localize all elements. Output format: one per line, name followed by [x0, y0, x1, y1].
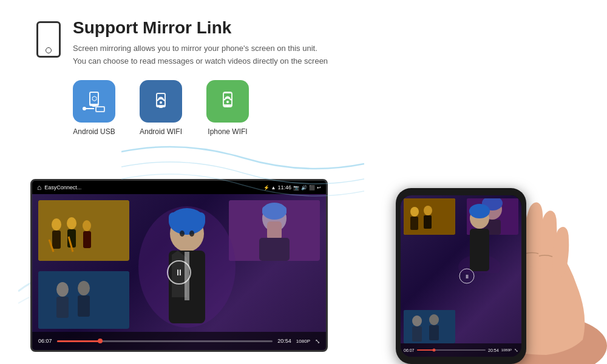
header-section: Support Mirror Link Screen mirroring all…: [0, 0, 607, 77]
car-progress-fill: [57, 340, 100, 342]
svg-point-19: [52, 218, 61, 231]
page-container: Support Mirror Link Screen mirroring all…: [0, 0, 607, 364]
phone-progress-start: 06:07: [404, 348, 415, 352]
svg-rect-63: [404, 310, 455, 343]
svg-rect-24: [83, 231, 91, 248]
svg-rect-37: [38, 271, 129, 329]
car-thumb-top-right: [229, 200, 320, 261]
svg-rect-50: [410, 217, 418, 230]
android-wifi-icon: [149, 89, 173, 113]
phone-singer: [455, 200, 504, 273]
svg-point-66: [469, 204, 490, 218]
svg-rect-7: [97, 107, 104, 111]
phone-progress-end: 20:54: [488, 348, 499, 352]
iphone-wifi-icon-box: [206, 80, 249, 123]
svg-point-42: [180, 231, 185, 237]
svg-point-16: [226, 101, 229, 103]
phone-progress-bar[interactable]: 06:07 20:54 1080P ⤡: [401, 343, 521, 357]
car-progress-end: 20:54: [277, 338, 291, 344]
svg-rect-17: [38, 200, 129, 261]
svg-point-5: [83, 107, 86, 110]
svg-rect-10: [159, 106, 163, 108]
svg-point-23: [83, 220, 91, 231]
phone-pause-button[interactable]: ⏸: [459, 269, 475, 284]
bluetooth-icon: ⚡: [263, 185, 270, 190]
back-icon: ↩: [317, 185, 321, 190]
svg-rect-2: [92, 105, 96, 107]
phone-pause-icon: ⏸: [464, 273, 470, 279]
description-line1: Screen mirroring allows you to mirror yo…: [73, 42, 328, 55]
car-video-area: ⏸ 06:07 20:54 1080P ⤡: [32, 194, 326, 350]
svg-rect-41: [169, 212, 205, 226]
svg-rect-31: [229, 200, 320, 261]
car-progress-bar[interactable]: 06:07 20:54 1080P ⤡: [32, 332, 326, 350]
phone-quality-badge: 1080P: [501, 348, 512, 352]
phone-thumb-bl: [404, 310, 455, 343]
pause-icon: ⏸: [175, 268, 183, 277]
android-usb-icon: ⬡: [82, 89, 106, 113]
android-wifi-icon-box: [140, 80, 182, 123]
description-line2: You can choose to read messages or watch…: [73, 55, 328, 68]
status-time: 11:46: [277, 184, 291, 190]
home-icon: ⌂: [37, 183, 41, 192]
car-thumb-top-left: [38, 200, 129, 261]
phone-video-content: ⏸ 06:07 20:54 1080P ⤡: [401, 195, 521, 357]
screen-icon: ⬛: [309, 185, 315, 190]
volume-icon: 🔊: [301, 185, 307, 190]
android-usb-label: Android USB: [73, 127, 115, 136]
android-usb-icon-box: ⬡: [73, 80, 115, 123]
status-icons: ⚡ ▲ 11:46 📷 🔊 ⬛ ↩: [263, 184, 321, 190]
car-statusbar: ⌂ EasyConnect... ⚡ ▲ 11:46 📷 🔊 ⬛ ↩: [32, 181, 326, 194]
android-wifi-label: Android WIFI: [140, 127, 182, 136]
icons-row: ⬡ Android USB: [0, 77, 607, 139]
car-progress-track[interactable]: [57, 340, 273, 342]
phone-hand-container: ⏸ 06:07 20:54 1080P ⤡: [352, 176, 607, 364]
car-fullscreen-icon[interactable]: ⤡: [315, 338, 320, 345]
svg-point-51: [424, 206, 432, 215]
iphone-wifi-label: Iphone WIFI: [208, 127, 247, 136]
svg-point-11: [160, 101, 162, 104]
svg-text:⬡: ⬡: [92, 95, 97, 102]
page-title: Support Mirror Link: [73, 18, 328, 38]
svg-rect-20: [52, 231, 61, 249]
car-pause-button[interactable]: ⏸: [167, 260, 191, 285]
phone-thumb-tl: [404, 198, 455, 235]
phone-fullscreen-icon[interactable]: ⤡: [514, 348, 518, 353]
svg-rect-52: [424, 215, 432, 229]
wifi-status-icon: ▲: [271, 185, 276, 190]
phone-frame: ⏸ 06:07 20:54 1080P ⤡: [396, 188, 526, 364]
svg-point-15: [227, 106, 229, 107]
iphone-wifi-icon: [215, 89, 240, 113]
app-name: EasyConnect...: [44, 184, 260, 190]
header-text: Support Mirror Link Screen mirroring all…: [73, 18, 328, 68]
feature-android-usb: ⬡ Android USB: [61, 80, 127, 136]
car-progress-dot: [98, 339, 103, 343]
phone-screen: ⏸ 06:07 20:54 1080P ⤡: [401, 195, 521, 357]
feature-iphone-wifi: Iphone WIFI: [194, 80, 261, 136]
feature-android-wifi: Android WIFI: [127, 80, 194, 136]
phone-progress-fill: [417, 349, 434, 351]
svg-rect-67: [470, 229, 489, 271]
car-quality-badge: 1080P: [296, 339, 310, 344]
camera-icon: 📷: [293, 185, 299, 190]
svg-point-49: [410, 207, 419, 217]
phone-progress-dot: [432, 349, 435, 352]
phone-icon-large: [36, 21, 61, 58]
svg-point-43: [189, 231, 194, 237]
phone-progress-track[interactable]: [417, 349, 486, 351]
car-thumb-bottom-left: [38, 271, 129, 329]
svg-point-21: [67, 217, 76, 229]
car-progress-start: 06:07: [38, 338, 52, 344]
car-screen: ⌂ EasyConnect... ⚡ ▲ 11:46 📷 🔊 ⬛ ↩: [30, 179, 328, 352]
